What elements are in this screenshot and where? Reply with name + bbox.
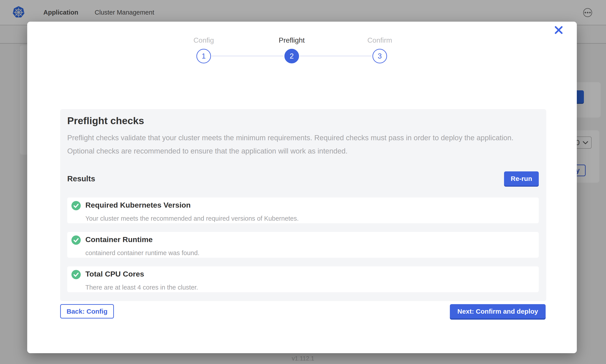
preflight-description: Preflight checks validate that your clus…: [67, 131, 534, 158]
step-config: Config 1: [160, 36, 248, 44]
wizard-stepper: Config 1 Preflight 2 Confirm 3: [160, 36, 424, 80]
close-icon[interactable]: [553, 25, 564, 36]
check-title: Container Runtime: [85, 235, 534, 244]
check-description: There are at least 4 cores in the cluste…: [85, 284, 534, 291]
check-description: Your cluster meets the recommended and r…: [85, 215, 534, 222]
back-button[interactable]: Back: Config: [60, 304, 114, 318]
success-check-icon: [71, 235, 81, 245]
stepper-connector: [212, 55, 284, 57]
results-header-row: Results Re-run: [67, 171, 539, 186]
screen: Application Cluster Management 0: [0, 0, 606, 364]
page-title: Preflight checks: [67, 115, 539, 127]
step-circle-3[interactable]: 3: [372, 49, 387, 63]
rerun-button[interactable]: Re-run: [504, 171, 539, 186]
modal-footer: Back: Config Next: Confirm and deploy: [60, 304, 546, 318]
step-label: Confirm: [336, 36, 424, 44]
check-title: Total CPU Cores: [85, 270, 534, 278]
success-check-icon: [71, 270, 81, 279]
next-button[interactable]: Next: Confirm and deploy: [450, 304, 546, 318]
check-result-row: Total CPU Cores There are at least 4 cor…: [67, 266, 539, 292]
step-circle-2[interactable]: 2: [284, 49, 299, 63]
step-circle-1[interactable]: 1: [196, 49, 211, 63]
check-title: Required Kubernetes Version: [85, 201, 534, 209]
check-results-list: Required Kubernetes Version Your cluster…: [67, 197, 539, 292]
stepper-connector: [300, 55, 372, 57]
check-description: containerd container runtime was found.: [85, 249, 534, 257]
success-check-icon: [71, 201, 81, 210]
step-label: Preflight: [248, 36, 336, 44]
preflight-modal: Config 1 Preflight 2 Confirm 3 Preflight…: [27, 22, 577, 353]
step-preflight: Preflight 2: [248, 36, 336, 44]
preflight-card: Preflight checks Preflight checks valida…: [60, 109, 546, 301]
step-label: Config: [160, 36, 248, 44]
check-result-row: Required Kubernetes Version Your cluster…: [67, 197, 539, 223]
check-result-row: Container Runtime containerd container r…: [67, 232, 539, 258]
step-confirm: Confirm 3: [336, 36, 424, 44]
results-heading: Results: [67, 174, 95, 183]
